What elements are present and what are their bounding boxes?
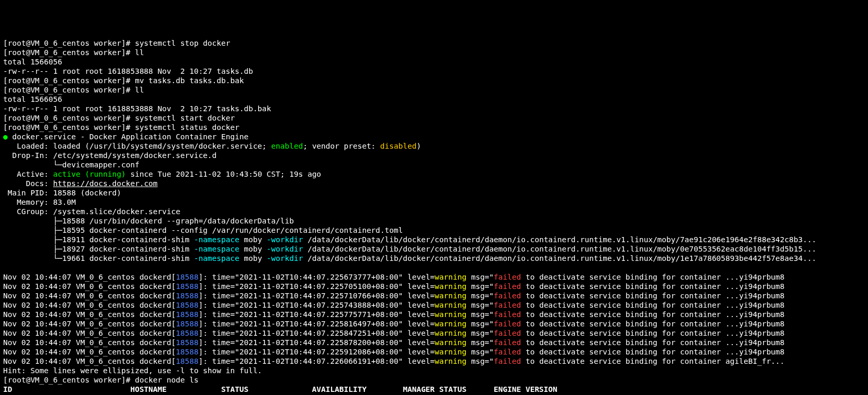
text-fragment: failed	[494, 301, 521, 309]
line-prompt1: [root@VM_0_6_centos worker]# systemctl s…	[3, 38, 865, 48]
text-fragment: total 1566056	[3, 58, 62, 66]
text-fragment: active (running)	[53, 170, 126, 178]
text-fragment: Nov 02 10:44:07 VM_0_6_centos dockerd[	[3, 282, 176, 291]
text-fragment: ]	[198, 329, 203, 337]
text-fragment: /data/dockerData/lib/docker/containerd/d…	[303, 254, 816, 262]
text-fragment: -namespace	[194, 245, 239, 253]
text-fragment: to deactivate service binding for contai…	[521, 357, 784, 365]
text-fragment: ]	[198, 320, 203, 328]
log-line: Nov 02 10:44:07 VM_0_6_centos dockerd[18…	[3, 319, 865, 328]
text-fragment: └─devicemapper.conf	[3, 161, 139, 169]
node-table-header: ID HOSTNAME STATUS AVAILABILITY MANAGER …	[3, 385, 865, 394]
text-fragment: Nov 02 10:44:07 VM_0_6_centos dockerd[	[3, 301, 176, 309]
service-header: ● docker.service - Docker Application Co…	[3, 132, 865, 141]
text-fragment: 18588	[176, 292, 199, 300]
text-fragment: msg="	[466, 348, 493, 356]
text-fragment: -namespace	[194, 254, 239, 262]
text-fragment: Nov 02 10:44:07 VM_0_6_centos dockerd[	[3, 357, 176, 365]
text-fragment: total 1566056	[3, 95, 62, 103]
text-fragment: warning	[435, 282, 466, 291]
text-fragment: Nov 02 10:44:07 VM_0_6_centos dockerd[	[3, 292, 176, 300]
text-fragment: msg="	[466, 301, 493, 309]
cgroup-tree-shim: ├─18911 docker-containerd-shim -namespac…	[3, 235, 865, 244]
line-hint: Hint: Some lines were ellipsized, use -l…	[3, 366, 865, 375]
text-fragment: : time="2021-11-02T10:44:07.225878200+08…	[203, 338, 435, 347]
text-fragment: to deactivate service binding for contai…	[521, 348, 784, 356]
text-fragment: failed	[494, 329, 521, 337]
text-fragment: ├─18927 docker-containerd-shim	[3, 245, 194, 253]
text-fragment: disabled	[380, 142, 417, 150]
log-line: Nov 02 10:44:07 VM_0_6_centos dockerd[18…	[3, 300, 865, 310]
text-fragment: -workdir	[266, 235, 303, 244]
text-fragment: Hint: Some lines were ellipsized, use -l…	[3, 366, 262, 375]
text-fragment: Drop-In: /etc/systemd/system/docker.serv…	[3, 151, 216, 160]
line-prompt6: [root@VM_0_6_centos worker]# systemctl s…	[3, 123, 865, 132]
text-fragment: Nov 02 10:44:07 VM_0_6_centos dockerd[	[3, 348, 176, 356]
line-prompt5: [root@VM_0_6_centos worker]# systemctl s…	[3, 113, 865, 123]
text-fragment: /data/dockerData/lib/docker/containerd/d…	[303, 235, 816, 244]
cgroup-tree-shim: └─19661 docker-containerd-shim -namespac…	[3, 254, 865, 263]
service-loaded: Loaded: loaded (/usr/lib/systemd/system/…	[3, 141, 865, 151]
text-fragment: failed	[494, 357, 521, 365]
text-fragment: 18588	[176, 310, 199, 319]
text-fragment: https://docs.docker.com	[53, 179, 158, 188]
text-fragment: msg="	[466, 310, 493, 319]
text-fragment: moby	[239, 245, 266, 253]
text-fragment: failed	[494, 282, 521, 291]
text-fragment: -rw-r--r-- 1 root root 1618853888 Nov 2 …	[3, 67, 253, 75]
text-fragment: msg="	[466, 329, 493, 337]
text-fragment: Nov 02 10:44:07 VM_0_6_centos dockerd[	[3, 320, 176, 328]
text-fragment: failed	[494, 338, 521, 347]
text-fragment: warning	[435, 273, 466, 281]
text-fragment: warning	[435, 348, 466, 356]
log-line: Nov 02 10:44:07 VM_0_6_centos dockerd[18…	[3, 328, 865, 338]
text-fragment: : time="2021-11-02T10:44:07.225847251+08…	[203, 329, 435, 337]
text-fragment: ]	[198, 357, 203, 365]
text-fragment: └─19661 docker-containerd-shim	[3, 254, 194, 262]
text-fragment: ├─18588 /usr/bin/dockerd --graph=/data/d…	[3, 217, 294, 225]
text-fragment: ├─18595 docker-containerd --config /var/…	[3, 226, 403, 234]
text-fragment: to deactivate service binding for contai…	[521, 273, 784, 281]
text-fragment	[3, 264, 8, 272]
text-fragment: ]	[198, 273, 203, 281]
text-fragment: 18588	[176, 282, 199, 291]
log-line: Nov 02 10:44:07 VM_0_6_centos dockerd[18…	[3, 338, 865, 347]
text-fragment: Nov 02 10:44:07 VM_0_6_centos dockerd[	[3, 329, 176, 337]
text-fragment: enabled	[271, 142, 303, 150]
text-fragment: ├─18911 docker-containerd-shim	[3, 235, 194, 244]
log-line: Nov 02 10:44:07 VM_0_6_centos dockerd[18…	[3, 272, 865, 282]
text-fragment: : time="2021-11-02T10:44:07.225816497+08…	[203, 320, 435, 328]
text-fragment: [root@VM_0_6_centos worker]# systemctl s…	[3, 123, 239, 131]
text-fragment: to deactivate service binding for contai…	[521, 292, 784, 300]
log-line: Nov 02 10:44:07 VM_0_6_centos dockerd[18…	[3, 347, 865, 357]
text-fragment: failed	[494, 320, 521, 328]
text-fragment: -rw-r--r-- 1 root root 1618853888 Nov 2 …	[3, 104, 271, 113]
log-line: Nov 02 10:44:07 VM_0_6_centos dockerd[18…	[3, 291, 865, 300]
text-fragment: warning	[435, 357, 466, 365]
text-fragment: [root@VM_0_6_centos worker]# mv tasks.db…	[3, 76, 244, 85]
text-fragment: : time="2021-11-02T10:44:07.225775771+08…	[203, 310, 435, 319]
text-fragment: ]	[198, 310, 203, 319]
text-fragment: 18588	[176, 338, 199, 347]
line-total1: total 1566056	[3, 57, 865, 67]
line-prompt4: [root@VM_0_6_centos worker]# ll	[3, 85, 865, 95]
text-fragment: moby	[239, 254, 266, 262]
line-ctree1: ├─18588 /usr/bin/dockerd --graph=/data/d…	[3, 216, 865, 226]
text-fragment: to deactivate service binding for contai…	[521, 310, 784, 319]
text-fragment: Nov 02 10:44:07 VM_0_6_centos dockerd[	[3, 310, 176, 319]
text-fragment: Nov 02 10:44:07 VM_0_6_centos dockerd[	[3, 338, 176, 347]
text-fragment: Active:	[3, 170, 53, 178]
text-fragment: -workdir	[266, 245, 303, 253]
text-fragment: ]	[198, 338, 203, 347]
text-fragment: : time="2021-11-02T10:44:07.225912086+08…	[203, 348, 435, 356]
text-fragment: msg="	[466, 282, 493, 291]
text-fragment: msg="	[466, 320, 493, 328]
text-fragment: 18588	[176, 301, 199, 309]
text-fragment: warning	[435, 292, 466, 300]
text-fragment: ; vendor preset:	[303, 142, 380, 150]
text-fragment: docker.service - Docker Application Cont…	[8, 133, 249, 141]
text-fragment: -namespace	[194, 235, 239, 244]
terminal-output[interactable]: [root@VM_0_6_centos worker]# systemctl s…	[3, 38, 865, 395]
text-fragment: ]	[198, 292, 203, 300]
log-line: Nov 02 10:44:07 VM_0_6_centos dockerd[18…	[3, 357, 865, 366]
